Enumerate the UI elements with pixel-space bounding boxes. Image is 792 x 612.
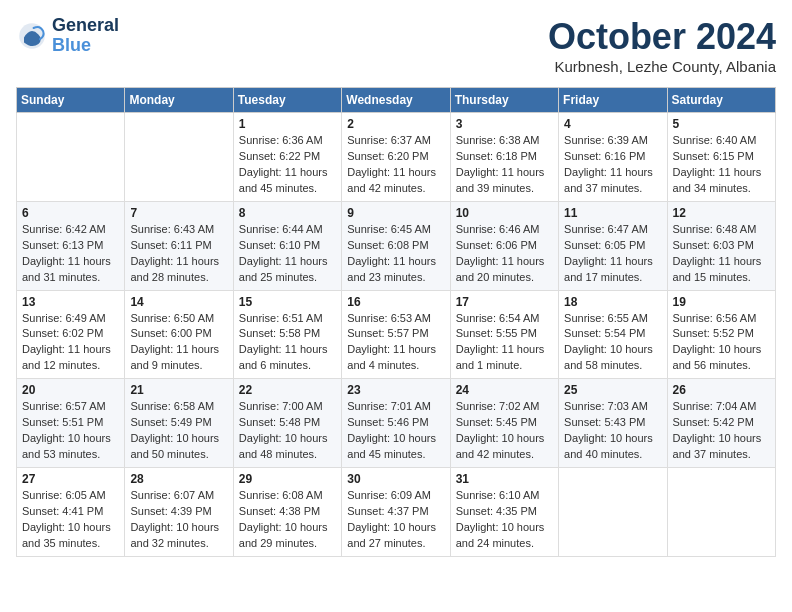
- calendar-cell: 29 Sunrise: 6:08 AMSunset: 4:38 PMDaylig…: [233, 468, 341, 557]
- weekday-header-monday: Monday: [125, 88, 233, 113]
- weekday-header-sunday: Sunday: [17, 88, 125, 113]
- day-number: 5: [673, 117, 770, 131]
- day-info: Sunrise: 6:58 AMSunset: 5:49 PMDaylight:…: [130, 400, 219, 460]
- day-info: Sunrise: 6:08 AMSunset: 4:38 PMDaylight:…: [239, 489, 328, 549]
- weekday-header-saturday: Saturday: [667, 88, 775, 113]
- day-info: Sunrise: 6:50 AMSunset: 6:00 PMDaylight:…: [130, 312, 219, 372]
- day-number: 13: [22, 295, 119, 309]
- day-info: Sunrise: 6:40 AMSunset: 6:15 PMDaylight:…: [673, 134, 762, 194]
- day-info: Sunrise: 7:03 AMSunset: 5:43 PMDaylight:…: [564, 400, 653, 460]
- day-info: Sunrise: 6:46 AMSunset: 6:06 PMDaylight:…: [456, 223, 545, 283]
- logo: General Blue: [16, 16, 119, 56]
- day-info: Sunrise: 7:02 AMSunset: 5:45 PMDaylight:…: [456, 400, 545, 460]
- calendar-cell: 6 Sunrise: 6:42 AMSunset: 6:13 PMDayligh…: [17, 201, 125, 290]
- calendar-cell: 23 Sunrise: 7:01 AMSunset: 5:46 PMDaylig…: [342, 379, 450, 468]
- calendar-week-1: 1 Sunrise: 6:36 AMSunset: 6:22 PMDayligh…: [17, 113, 776, 202]
- calendar-cell: 30 Sunrise: 6:09 AMSunset: 4:37 PMDaylig…: [342, 468, 450, 557]
- calendar-cell: 27 Sunrise: 6:05 AMSunset: 4:41 PMDaylig…: [17, 468, 125, 557]
- day-number: 26: [673, 383, 770, 397]
- calendar-week-4: 20 Sunrise: 6:57 AMSunset: 5:51 PMDaylig…: [17, 379, 776, 468]
- calendar-cell: 31 Sunrise: 6:10 AMSunset: 4:35 PMDaylig…: [450, 468, 558, 557]
- calendar-cell: [17, 113, 125, 202]
- day-info: Sunrise: 6:53 AMSunset: 5:57 PMDaylight:…: [347, 312, 436, 372]
- calendar-cell: 7 Sunrise: 6:43 AMSunset: 6:11 PMDayligh…: [125, 201, 233, 290]
- calendar-cell: [667, 468, 775, 557]
- calendar-cell: 25 Sunrise: 7:03 AMSunset: 5:43 PMDaylig…: [559, 379, 667, 468]
- day-number: 16: [347, 295, 444, 309]
- day-info: Sunrise: 6:38 AMSunset: 6:18 PMDaylight:…: [456, 134, 545, 194]
- day-info: Sunrise: 6:54 AMSunset: 5:55 PMDaylight:…: [456, 312, 545, 372]
- calendar-cell: 4 Sunrise: 6:39 AMSunset: 6:16 PMDayligh…: [559, 113, 667, 202]
- day-info: Sunrise: 6:57 AMSunset: 5:51 PMDaylight:…: [22, 400, 111, 460]
- day-info: Sunrise: 6:55 AMSunset: 5:54 PMDaylight:…: [564, 312, 653, 372]
- calendar-cell: 10 Sunrise: 6:46 AMSunset: 6:06 PMDaylig…: [450, 201, 558, 290]
- day-number: 17: [456, 295, 553, 309]
- day-number: 24: [456, 383, 553, 397]
- day-number: 11: [564, 206, 661, 220]
- weekday-header-friday: Friday: [559, 88, 667, 113]
- day-info: Sunrise: 6:42 AMSunset: 6:13 PMDaylight:…: [22, 223, 111, 283]
- calendar-cell: 11 Sunrise: 6:47 AMSunset: 6:05 PMDaylig…: [559, 201, 667, 290]
- day-info: Sunrise: 6:47 AMSunset: 6:05 PMDaylight:…: [564, 223, 653, 283]
- day-info: Sunrise: 6:48 AMSunset: 6:03 PMDaylight:…: [673, 223, 762, 283]
- calendar-cell: 17 Sunrise: 6:54 AMSunset: 5:55 PMDaylig…: [450, 290, 558, 379]
- calendar-cell: 28 Sunrise: 6:07 AMSunset: 4:39 PMDaylig…: [125, 468, 233, 557]
- calendar-table: SundayMondayTuesdayWednesdayThursdayFrid…: [16, 87, 776, 557]
- day-number: 19: [673, 295, 770, 309]
- weekday-header-row: SundayMondayTuesdayWednesdayThursdayFrid…: [17, 88, 776, 113]
- calendar-week-3: 13 Sunrise: 6:49 AMSunset: 6:02 PMDaylig…: [17, 290, 776, 379]
- calendar-cell: 16 Sunrise: 6:53 AMSunset: 5:57 PMDaylig…: [342, 290, 450, 379]
- calendar-cell: 21 Sunrise: 6:58 AMSunset: 5:49 PMDaylig…: [125, 379, 233, 468]
- month-title: October 2024: [548, 16, 776, 58]
- day-info: Sunrise: 6:07 AMSunset: 4:39 PMDaylight:…: [130, 489, 219, 549]
- day-info: Sunrise: 6:10 AMSunset: 4:35 PMDaylight:…: [456, 489, 545, 549]
- day-number: 22: [239, 383, 336, 397]
- day-number: 12: [673, 206, 770, 220]
- day-info: Sunrise: 6:56 AMSunset: 5:52 PMDaylight:…: [673, 312, 762, 372]
- calendar-cell: 1 Sunrise: 6:36 AMSunset: 6:22 PMDayligh…: [233, 113, 341, 202]
- day-info: Sunrise: 6:37 AMSunset: 6:20 PMDaylight:…: [347, 134, 436, 194]
- calendar-cell: 22 Sunrise: 7:00 AMSunset: 5:48 PMDaylig…: [233, 379, 341, 468]
- calendar-cell: 2 Sunrise: 6:37 AMSunset: 6:20 PMDayligh…: [342, 113, 450, 202]
- day-info: Sunrise: 6:36 AMSunset: 6:22 PMDaylight:…: [239, 134, 328, 194]
- calendar-cell: 5 Sunrise: 6:40 AMSunset: 6:15 PMDayligh…: [667, 113, 775, 202]
- day-number: 10: [456, 206, 553, 220]
- calendar-week-2: 6 Sunrise: 6:42 AMSunset: 6:13 PMDayligh…: [17, 201, 776, 290]
- day-number: 6: [22, 206, 119, 220]
- day-number: 25: [564, 383, 661, 397]
- calendar-cell: 12 Sunrise: 6:48 AMSunset: 6:03 PMDaylig…: [667, 201, 775, 290]
- day-info: Sunrise: 6:43 AMSunset: 6:11 PMDaylight:…: [130, 223, 219, 283]
- calendar-cell: 24 Sunrise: 7:02 AMSunset: 5:45 PMDaylig…: [450, 379, 558, 468]
- day-number: 7: [130, 206, 227, 220]
- day-info: Sunrise: 6:44 AMSunset: 6:10 PMDaylight:…: [239, 223, 328, 283]
- calendar-cell: 18 Sunrise: 6:55 AMSunset: 5:54 PMDaylig…: [559, 290, 667, 379]
- day-info: Sunrise: 6:05 AMSunset: 4:41 PMDaylight:…: [22, 489, 111, 549]
- day-number: 28: [130, 472, 227, 486]
- calendar-cell: 26 Sunrise: 7:04 AMSunset: 5:42 PMDaylig…: [667, 379, 775, 468]
- day-info: Sunrise: 6:39 AMSunset: 6:16 PMDaylight:…: [564, 134, 653, 194]
- calendar-cell: 3 Sunrise: 6:38 AMSunset: 6:18 PMDayligh…: [450, 113, 558, 202]
- calendar-cell: 8 Sunrise: 6:44 AMSunset: 6:10 PMDayligh…: [233, 201, 341, 290]
- weekday-header-thursday: Thursday: [450, 88, 558, 113]
- day-number: 1: [239, 117, 336, 131]
- weekday-header-tuesday: Tuesday: [233, 88, 341, 113]
- day-number: 31: [456, 472, 553, 486]
- logo-icon: [16, 20, 48, 52]
- day-number: 29: [239, 472, 336, 486]
- calendar-cell: 15 Sunrise: 6:51 AMSunset: 5:58 PMDaylig…: [233, 290, 341, 379]
- calendar-cell: 19 Sunrise: 6:56 AMSunset: 5:52 PMDaylig…: [667, 290, 775, 379]
- day-info: Sunrise: 7:04 AMSunset: 5:42 PMDaylight:…: [673, 400, 762, 460]
- calendar-cell: [125, 113, 233, 202]
- calendar-cell: 20 Sunrise: 6:57 AMSunset: 5:51 PMDaylig…: [17, 379, 125, 468]
- day-number: 14: [130, 295, 227, 309]
- day-number: 23: [347, 383, 444, 397]
- day-number: 27: [22, 472, 119, 486]
- day-number: 9: [347, 206, 444, 220]
- title-block: October 2024 Kurbnesh, Lezhe County, Alb…: [548, 16, 776, 75]
- calendar-cell: 9 Sunrise: 6:45 AMSunset: 6:08 PMDayligh…: [342, 201, 450, 290]
- day-number: 4: [564, 117, 661, 131]
- location: Kurbnesh, Lezhe County, Albania: [548, 58, 776, 75]
- calendar-cell: [559, 468, 667, 557]
- calendar-week-5: 27 Sunrise: 6:05 AMSunset: 4:41 PMDaylig…: [17, 468, 776, 557]
- day-info: Sunrise: 6:09 AMSunset: 4:37 PMDaylight:…: [347, 489, 436, 549]
